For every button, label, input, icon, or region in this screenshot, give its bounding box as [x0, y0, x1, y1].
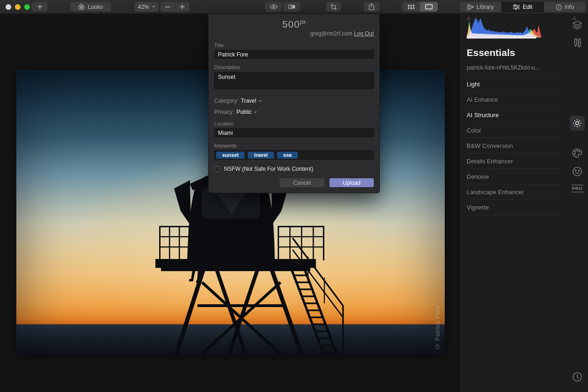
zoom-in-button[interactable] — [175, 2, 189, 12]
filter-ai-enhance[interactable]: AI Enhance — [467, 92, 563, 107]
filter-bw-conversion[interactable]: B&W Conversion — [467, 138, 563, 154]
category-label: Category: — [214, 98, 238, 104]
plus-icon — [37, 4, 42, 9]
tab-edit[interactable]: Edit — [502, 2, 544, 12]
zoom-level-dropdown[interactable]: 42% — [134, 2, 159, 12]
zoom-level-value: 42% — [138, 4, 149, 10]
palette-icon — [572, 148, 582, 158]
filter-ai-structure[interactable]: AI Structure — [467, 107, 563, 123]
crop-button[interactable] — [326, 2, 341, 12]
histogram[interactable]: △ △ — [466, 15, 577, 40]
single-image-icon — [425, 4, 433, 9]
chevron-down-icon — [152, 6, 155, 8]
category-dropdown[interactable]: Travel — [241, 98, 256, 104]
description-input[interactable]: Sunset — [214, 72, 374, 89]
history-button[interactable] — [573, 372, 582, 384]
crop-icon — [330, 4, 337, 10]
filter-color[interactable]: Color — [467, 123, 563, 138]
layers-icon — [573, 21, 582, 29]
looks-venn-icon — [78, 4, 85, 10]
window-close-button[interactable] — [6, 4, 11, 10]
sliders-icon — [513, 4, 520, 10]
mode-tabs: Library Edit Info — [460, 2, 586, 12]
filter-denoise[interactable]: Denoise — [467, 169, 563, 184]
category-row: Category: Travel — [214, 98, 374, 104]
grid-icon — [408, 5, 414, 9]
chevron-down-icon[interactable] — [259, 100, 262, 102]
500px-logo: 500px — [214, 19, 374, 29]
zoom-stepper — [161, 2, 189, 12]
chevron-down-icon[interactable] — [254, 111, 257, 113]
filter-landscape-enhancer[interactable]: Landscape Enhancer — [467, 184, 563, 200]
looks-button[interactable]: Looks — [70, 2, 111, 12]
view-mode-segmented — [402, 2, 438, 12]
smiley-icon — [573, 167, 582, 176]
sun-icon — [573, 119, 582, 128]
essentials-category-button[interactable] — [570, 116, 585, 131]
eye-icon — [270, 4, 278, 9]
tab-edit-label: Edit — [523, 4, 532, 10]
edit-sidebar: △ △ Essentials patrick-fore-nfYeL5KZkdo-… — [459, 14, 588, 392]
logo-500-text: 500 — [282, 19, 300, 29]
privacy-row: Privacy: Public — [214, 109, 374, 115]
keywords-label: Keywords — [214, 143, 374, 148]
keywords-input[interactable]: sunset travel sea — [214, 150, 374, 160]
nsfw-row: NSFW (Not Safe For Work Content) — [214, 166, 374, 172]
library-icon — [467, 4, 474, 10]
logo-px-text: px — [300, 19, 306, 25]
minus-icon — [165, 7, 170, 7]
professional-category-button[interactable]: PRO — [572, 185, 583, 192]
window-minimize-button[interactable] — [15, 4, 21, 10]
layers-button[interactable] — [573, 21, 582, 31]
account-email: greg@rm2rf.com — [310, 30, 352, 37]
tab-library[interactable]: Library — [460, 2, 502, 12]
dialog-buttons: Cancel Upload — [214, 178, 374, 187]
compare-button[interactable] — [283, 2, 300, 12]
title-input[interactable] — [214, 50, 374, 59]
tab-info[interactable]: Info — [544, 2, 586, 12]
window-zoom-button[interactable] — [24, 4, 30, 10]
keyword-tag[interactable]: sea — [277, 152, 298, 159]
keyword-tag[interactable]: sunset — [216, 152, 245, 159]
looks-label: Looks — [88, 4, 103, 10]
tab-library-label: Library — [476, 4, 494, 10]
cancel-button[interactable]: Cancel — [280, 178, 325, 187]
share-button[interactable] — [364, 2, 379, 12]
creative-category-button[interactable] — [572, 148, 582, 160]
nsfw-label: NSFW (Not Safe For Work Content) — [224, 166, 313, 172]
upload-button[interactable]: Upload — [329, 178, 374, 187]
single-view-button[interactable] — [420, 2, 438, 12]
gallery-view-button[interactable] — [402, 2, 420, 12]
nsfw-checkbox[interactable] — [214, 166, 220, 172]
tab-info-label: Info — [565, 4, 574, 10]
edit-tools-icon — [574, 38, 581, 48]
title-label: Title — [214, 42, 374, 48]
before-after-icon — [288, 4, 295, 9]
privacy-label: Privacy: — [214, 109, 234, 115]
500px-upload-dialog: 500px greg@rm2rf.com Log Out Title Descr… — [208, 14, 380, 193]
location-input[interactable] — [214, 128, 374, 137]
quick-preview-button[interactable] — [265, 2, 282, 12]
edit-tools-button[interactable] — [574, 38, 581, 49]
share-icon — [369, 3, 374, 10]
filename: patrick-fore-nfYeL5KZkdo-u... — [467, 64, 581, 71]
description-label: Description — [214, 64, 374, 70]
filter-vignette[interactable]: Vignette — [467, 200, 563, 215]
info-icon — [556, 4, 562, 10]
filter-details-enhancer[interactable]: Details Enhancer — [467, 154, 563, 169]
portrait-category-button[interactable] — [573, 167, 582, 178]
add-photo-button[interactable] — [32, 2, 48, 12]
history-clock-icon — [573, 372, 582, 382]
plus-icon — [180, 4, 185, 9]
location-label: Location — [214, 121, 374, 126]
account-line: greg@rm2rf.com Log Out — [214, 30, 374, 37]
filter-light[interactable]: Light — [467, 77, 563, 92]
filter-list: Light AI Enhance AI Structure Color B&W … — [467, 76, 563, 215]
rgb-histogram-plot — [467, 18, 542, 39]
window-controls — [6, 4, 30, 10]
privacy-dropdown[interactable]: Public — [237, 109, 252, 115]
keyword-tag[interactable]: travel — [248, 152, 273, 159]
top-toolbar: Looks 42% — [0, 0, 588, 14]
zoom-out-button[interactable] — [161, 2, 175, 12]
logout-link[interactable]: Log Out — [354, 30, 374, 37]
